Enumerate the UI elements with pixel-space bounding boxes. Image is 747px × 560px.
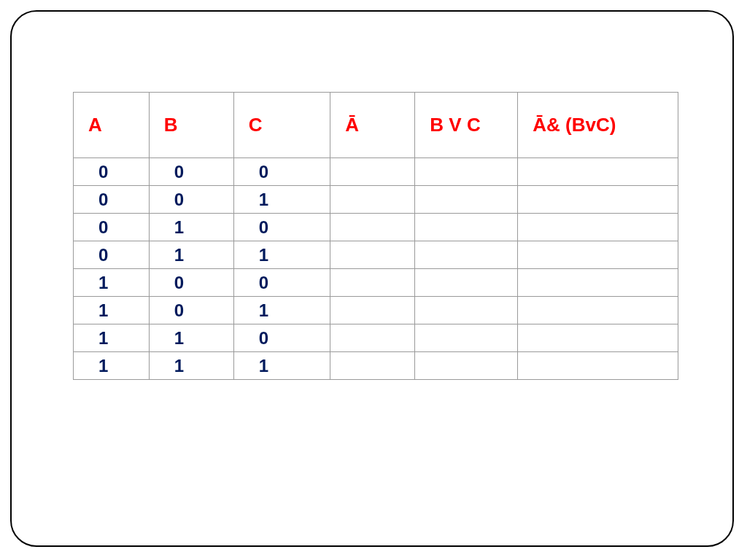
cell: [518, 158, 678, 186]
cell: 1: [149, 352, 233, 380]
cell: [415, 214, 518, 241]
cell: [415, 297, 518, 324]
cell: [330, 297, 415, 324]
cell: 1: [233, 241, 330, 269]
cell: 1: [74, 324, 150, 352]
cell: 0: [233, 158, 330, 186]
cell: 1: [233, 186, 330, 214]
truth-table: A B C Ā B V C Ā& (BvC) 0 0 0: [73, 92, 678, 380]
table-body: 0 0 0 0 0 1 0 1 0: [74, 158, 678, 380]
cell: 1: [149, 324, 233, 352]
cell: 1: [74, 297, 150, 324]
cell: 0: [233, 269, 330, 297]
cell: 1: [233, 352, 330, 380]
cell: 0: [74, 241, 150, 269]
table-row: 0 0 0: [74, 158, 678, 186]
table-row: 1 1 1: [74, 352, 678, 380]
col-header-result: Ā& (BvC): [518, 93, 678, 158]
table-row: 1 1 0: [74, 324, 678, 352]
cell: [330, 186, 415, 214]
table-row: 0 1 0: [74, 214, 678, 241]
table-header-row: A B C Ā B V C Ā& (BvC): [74, 93, 678, 158]
table-row: 0 0 1: [74, 186, 678, 214]
cell: 0: [233, 324, 330, 352]
cell: [330, 158, 415, 186]
col-header-a: A: [74, 93, 150, 158]
cell: [415, 241, 518, 269]
cell: [330, 324, 415, 352]
cell: 0: [233, 214, 330, 241]
cell: [518, 241, 678, 269]
truth-table-container: A B C Ā B V C Ā& (BvC) 0 0 0: [73, 92, 678, 380]
cell: 1: [149, 214, 233, 241]
cell: 1: [74, 269, 150, 297]
table-row: 1 0 1: [74, 297, 678, 324]
cell: 0: [74, 186, 150, 214]
cell: [415, 269, 518, 297]
cell: [330, 241, 415, 269]
cell: [330, 352, 415, 380]
cell: 0: [149, 186, 233, 214]
table-row: 1 0 0: [74, 269, 678, 297]
cell: [518, 297, 678, 324]
cell: 0: [149, 158, 233, 186]
col-header-b: B: [149, 93, 233, 158]
cell: [415, 324, 518, 352]
cell: 1: [74, 352, 150, 380]
cell: [518, 186, 678, 214]
cell: 1: [233, 297, 330, 324]
col-header-not-a: Ā: [330, 93, 415, 158]
slide-frame: A B C Ā B V C Ā& (BvC) 0 0 0: [10, 10, 734, 547]
cell: [518, 214, 678, 241]
cell: [330, 214, 415, 241]
table-row: 0 1 1: [74, 241, 678, 269]
cell: [415, 158, 518, 186]
col-header-b-or-c: B V C: [415, 93, 518, 158]
cell: [330, 269, 415, 297]
cell: [518, 324, 678, 352]
cell: 0: [74, 214, 150, 241]
cell: [415, 352, 518, 380]
cell: 1: [149, 241, 233, 269]
cell: 0: [149, 297, 233, 324]
cell: [518, 352, 678, 380]
cell: 0: [74, 158, 150, 186]
cell: [518, 269, 678, 297]
cell: 0: [149, 269, 233, 297]
cell: [415, 186, 518, 214]
col-header-c: C: [233, 93, 330, 158]
